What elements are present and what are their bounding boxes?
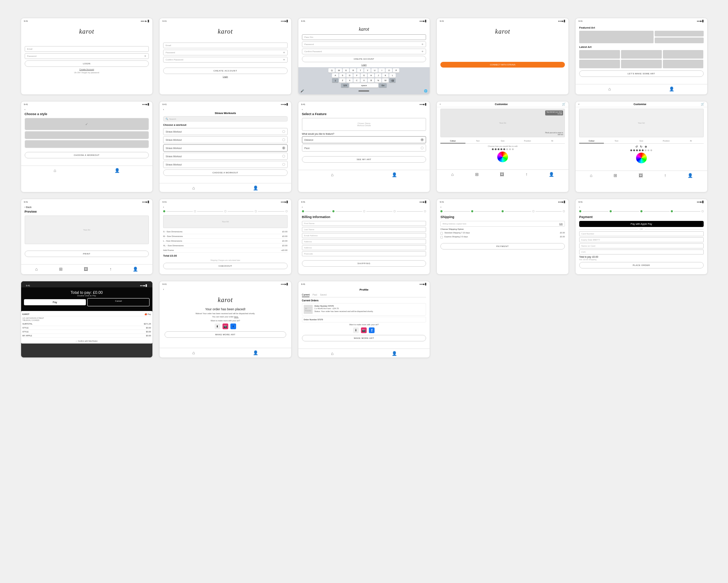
tab-colour-10[interactable]: Colour xyxy=(579,139,604,143)
make-more-art-btn-18[interactable]: MAKE MORE ART xyxy=(302,335,426,341)
instagram-icon[interactable]: 📷 xyxy=(223,323,228,329)
workout-item-2[interactable]: Strava Workout xyxy=(163,136,288,143)
tab-size-9[interactable]: Size xyxy=(490,139,515,143)
back-btn-9[interactable]: ‹ xyxy=(440,103,440,105)
distance-option[interactable]: Distance xyxy=(302,136,426,143)
profile-icon-7[interactable]: 👤 xyxy=(253,186,258,191)
key-f[interactable]: F xyxy=(353,73,360,78)
key-j[interactable]: J xyxy=(375,73,381,78)
key-d[interactable]: D xyxy=(346,73,353,78)
standard-shipping[interactable]: Standard Shipping 7-10 days £0.00 xyxy=(440,232,565,234)
express-shipping[interactable]: Express Shipping 2-3 days £0.00 xyxy=(440,236,565,238)
tab-text-9[interactable]: Text xyxy=(465,139,490,143)
address-input-1[interactable]: Address xyxy=(302,239,426,244)
key-v[interactable]: V xyxy=(361,78,367,83)
cancel-btn-16[interactable]: Cancel xyxy=(87,298,150,306)
key-n[interactable]: N xyxy=(375,78,381,83)
tab-position-10[interactable]: Position xyxy=(654,139,679,143)
password-input-2[interactable]: Password 👁 xyxy=(163,50,288,55)
color-wheel-9[interactable] xyxy=(497,152,508,162)
image-icon-9[interactable]: 🖼 xyxy=(500,172,504,177)
key-r[interactable]: R xyxy=(350,68,356,73)
profile-icon-11[interactable]: 👤 xyxy=(133,267,138,272)
tab-colour-9[interactable]: Colour xyxy=(440,139,465,143)
key-o[interactable]: O xyxy=(386,68,392,73)
cvc-input[interactable]: CVC xyxy=(579,249,704,255)
print-btn[interactable]: PRINT xyxy=(25,251,149,257)
name-on-card-input[interactable]: Name on Card xyxy=(579,243,704,248)
confirm-password-input-3[interactable]: Confirm Password 👁 xyxy=(302,49,426,54)
postcode-input[interactable]: Postcode xyxy=(302,251,426,256)
key-e[interactable]: E xyxy=(343,68,349,73)
home-icon-10[interactable]: ⌂ xyxy=(590,173,592,178)
see-my-art-btn[interactable]: SEE MY ART xyxy=(302,156,426,163)
profile-icon-9[interactable]: 👤 xyxy=(549,172,554,177)
home-icon-17[interactable]: ⌂ xyxy=(192,350,195,355)
style-option-3[interactable] xyxy=(25,140,149,148)
tab-br-10[interactable]: Br xyxy=(679,139,704,143)
share-icon-10[interactable]: ↑ xyxy=(664,173,666,178)
payment-btn-14[interactable]: PAYMENT xyxy=(440,243,565,249)
workout-item-1[interactable]: Strava Workout xyxy=(163,128,288,135)
tab-position-9[interactable]: Position xyxy=(515,139,540,143)
layers-icon-10[interactable]: ⊞ xyxy=(614,173,617,178)
first-name-input[interactable]: First Name xyxy=(302,221,426,226)
style-option-1[interactable]: ✓ xyxy=(25,118,149,130)
key-q[interactable]: Q xyxy=(328,68,335,73)
key-y[interactable]: Y xyxy=(364,68,371,73)
download-icon[interactable]: ⬇ xyxy=(215,323,220,329)
back-btn-12[interactable]: ‹ xyxy=(163,206,288,208)
choose-workout-btn-style[interactable]: CHOOSE A WORKOUT xyxy=(25,152,149,158)
address-input-2[interactable]: Address xyxy=(302,245,426,250)
forgot-password-1[interactable]: Uh Oh! I forgot my password xyxy=(25,71,149,74)
size-m[interactable]: M - Size Dimensions £0.00 xyxy=(163,234,288,239)
back-btn-6[interactable]: ‹ xyxy=(25,108,149,111)
key-s[interactable]: S xyxy=(339,73,346,78)
key-k[interactable]: K xyxy=(382,73,389,78)
expiry-date-input[interactable]: Expiry Date MM/YY xyxy=(579,237,704,242)
create-account-btn-2[interactable]: CREATE ACCOUNT xyxy=(163,68,288,74)
home-icon-9[interactable]: ⌂ xyxy=(451,172,454,177)
create-account-btn-3[interactable]: CREATE ACCOUNT xyxy=(302,56,426,62)
login-button-1[interactable]: LOGIN xyxy=(25,60,149,67)
back-btn-15[interactable]: ‹ xyxy=(579,206,704,208)
instagram-icon-18[interactable]: 📷 xyxy=(361,327,367,333)
login-link-3[interactable]: Login xyxy=(302,64,426,66)
place-order-btn[interactable]: PLACE ORDER xyxy=(579,262,704,268)
share-icon-9[interactable]: ↑ xyxy=(526,172,528,177)
add-frame[interactable]: Add Frame +£0.00 xyxy=(163,248,288,253)
home-icon-6[interactable]: ⌂ xyxy=(54,168,56,173)
password-input-3[interactable]: Password 👁 xyxy=(302,41,426,47)
search-bar-7[interactable]: 🔍 Search xyxy=(163,116,288,122)
profile-icon-10[interactable]: 👤 xyxy=(688,173,693,178)
tab-past[interactable]: Past xyxy=(312,293,317,297)
connect-strava-btn[interactable]: CONNECT WITH STRAVA xyxy=(440,62,565,68)
home-icon-7[interactable]: ⌂ xyxy=(192,186,195,191)
pace-option[interactable]: Pace xyxy=(302,144,426,152)
back-btn-7[interactable]: ‹ xyxy=(163,108,288,111)
home-icon-5[interactable]: ⌂ xyxy=(608,87,611,92)
key-g[interactable]: G xyxy=(361,73,367,78)
home-icon-11[interactable]: ⌂ xyxy=(35,267,38,272)
size-l[interactable]: L - Size Dimensions £0.00 xyxy=(163,239,288,243)
email-input-1[interactable]: Email xyxy=(25,46,149,52)
profile-icon-6[interactable]: 👤 xyxy=(114,168,120,173)
workout-item-4[interactable]: Strava Workout xyxy=(163,153,288,160)
profile-icon-8[interactable]: 👤 xyxy=(392,172,397,177)
key-shift[interactable]: ⇧ xyxy=(332,78,338,83)
choose-workout-btn-7[interactable]: CHOOSE A WORKOUT xyxy=(163,169,288,176)
image-icon-10[interactable]: 🖼 xyxy=(639,173,643,178)
color-wheel-10[interactable] xyxy=(636,153,647,163)
home-icon-18[interactable]: ⌂ xyxy=(331,351,333,356)
key-z[interactable]: Z xyxy=(339,78,346,83)
tab-size-10[interactable]: Size xyxy=(629,139,654,143)
facebook-icon[interactable]: f xyxy=(230,323,236,329)
tab-saved[interactable]: Saved xyxy=(320,293,326,297)
last-name-input[interactable]: Last Name xyxy=(302,227,426,232)
back-btn-17[interactable]: ‹ xyxy=(163,288,288,291)
workout-item-3[interactable]: Strava Workout xyxy=(163,144,288,152)
key-delete[interactable]: ⌫ xyxy=(389,78,396,83)
size-s[interactable]: S - Size Dimensions £0.00 xyxy=(163,229,288,234)
password-input-1[interactable]: Password 👁 xyxy=(25,53,149,59)
checkout-btn-12[interactable]: CHECKOUT xyxy=(163,263,288,269)
